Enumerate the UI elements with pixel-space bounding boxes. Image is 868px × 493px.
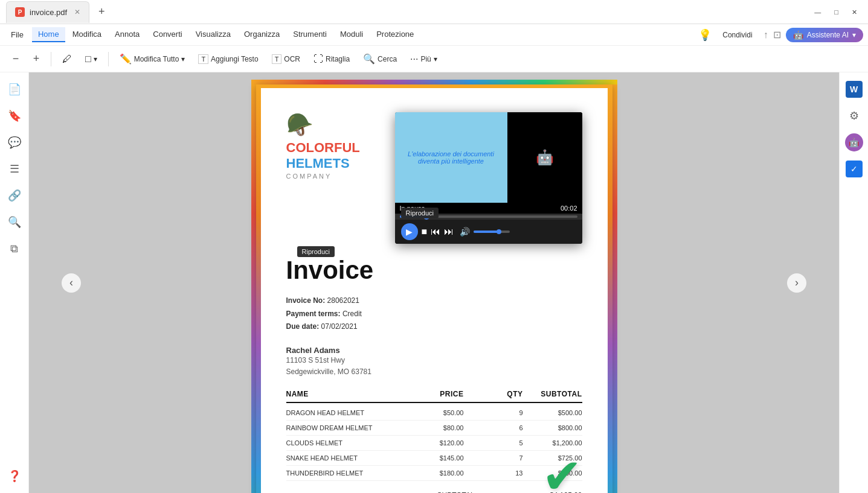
row2-price: $80.00 <box>405 424 464 431</box>
search-button[interactable]: 🔍 Cerca <box>358 51 402 67</box>
next-page-button[interactable]: › <box>787 273 806 293</box>
company-name: COLORFUL HELMETS <box>286 140 360 171</box>
zoom-out-button[interactable]: − <box>7 51 24 68</box>
row2-qty: 6 <box>464 424 523 431</box>
bill-to-address1: 11103 S 51st Hwy <box>286 355 582 366</box>
check-panel-icon[interactable]: ✓ <box>843 158 865 180</box>
row3-price: $120.00 <box>405 439 464 447</box>
check-icon: ✓ <box>846 161 863 177</box>
col-subtotal-header: SUBTOTAL <box>523 390 582 398</box>
invoice-table: NAME PRICE QTY SUBTOTAL DRAGON HEAD HELM… <box>286 390 582 481</box>
due-date-row: Due date: 07/02/2021 <box>286 320 582 334</box>
row2-name: RAINBOW DREAM HELMET <box>286 424 405 431</box>
row1-name: DRAGON HEAD HELMET <box>286 409 405 416</box>
tab-area: P invoice.pdf ✕ + <box>6 0 110 24</box>
ai-chevron-icon: ▾ <box>852 31 856 39</box>
pdf-tab[interactable]: P invoice.pdf ✕ <box>6 1 89 23</box>
row5-price: $180.00 <box>405 469 464 477</box>
word-icon: W <box>846 81 863 98</box>
menu-home[interactable]: Home <box>32 27 65 42</box>
video-screen: L'elaborazione dei documentidiventa più … <box>395 112 582 203</box>
payment-terms-row: Payment terms: Credit <box>286 308 582 321</box>
sync-icon[interactable]: ↑ <box>764 30 768 40</box>
new-tab-button[interactable]: + <box>93 4 110 21</box>
pdf-tab-icon: P <box>15 7 25 17</box>
close-button[interactable]: ✕ <box>847 7 862 17</box>
right-sidebar: W ⚙ 🤖 ✓ <box>839 72 868 493</box>
pdf-top-border <box>251 80 617 84</box>
menu-protezione[interactable]: Protezione <box>370 27 420 42</box>
table-row: RAINBOW DREAM HELMET $80.00 6 $800.00 <box>286 421 582 436</box>
more-icon: ··· <box>410 54 418 65</box>
video-stop-button[interactable]: ■ <box>422 226 428 237</box>
menu-organizza[interactable]: Organizza <box>238 27 286 42</box>
menu-converti[interactable]: Converti <box>147 27 188 42</box>
zoom-in-button[interactable]: + <box>28 51 45 68</box>
settings-panel-icon[interactable]: ⚙ <box>843 105 865 127</box>
volume-control: 🔊 <box>460 226 470 237</box>
ocr-button[interactable]: T OCR <box>267 52 305 66</box>
sidebar-link-icon[interactable]: 🔗 <box>4 185 25 206</box>
ai-robot-icon: 🤖 <box>845 133 863 151</box>
checkmark-overlay: ✔ <box>542 448 582 493</box>
edit-all-button[interactable]: ✏️ Modifica Tutto ▾ <box>115 51 190 67</box>
sidebar-search-icon[interactable]: 🔍 <box>4 211 25 233</box>
toolbar: − + 🖊 □ ▾ ✏️ Modifica Tutto ▾ T Aggiungi… <box>0 46 868 72</box>
bill-to-address2: Sedgewickville, MO 63781 <box>286 366 582 378</box>
crop-button[interactable]: ⛶ Ritaglia <box>309 51 355 67</box>
menu-strumenti[interactable]: Strumenti <box>287 27 333 42</box>
word-panel-icon[interactable]: W <box>843 78 865 100</box>
video-next-button[interactable]: ⏭ <box>444 226 454 237</box>
menu-modifica[interactable]: Modifica <box>66 27 108 42</box>
company-colorful: COLORFUL <box>286 140 360 155</box>
pdf-left-border <box>251 84 256 493</box>
sidebar-comment-icon[interactable]: 💬 <box>4 132 25 153</box>
more-button[interactable]: ··· Più ▾ <box>405 51 442 67</box>
row1-qty: 9 <box>464 409 523 416</box>
col-price-header: PRICE <box>405 390 464 398</box>
row5-name: THUNDERBIRD HELMET <box>286 469 405 477</box>
row5-qty: 13 <box>464 469 523 477</box>
share-button[interactable]: Condividi <box>716 28 758 42</box>
pdf-right-border <box>612 84 617 493</box>
big-checkmark-icon: ✔ <box>542 448 582 493</box>
ai-icon: 🤖 <box>793 30 803 40</box>
invoice-meta: Invoice No: 28062021 Payment terms: Cred… <box>286 294 582 334</box>
menu-annota[interactable]: Annota <box>109 27 146 42</box>
video-play-button[interactable]: ▶ <box>401 223 418 240</box>
title-bar: P invoice.pdf ✕ + — □ ✕ <box>0 0 868 24</box>
sidebar-file-icon[interactable]: 📄 <box>4 78 25 100</box>
row4-qty: 7 <box>464 454 523 462</box>
video-prev-button[interactable]: ⏮ <box>431 226 440 237</box>
sidebar-list-icon[interactable]: ☰ <box>4 158 25 180</box>
company-sub: COMPANY <box>286 173 332 180</box>
table-row: THUNDERBIRD HELMET $180.00 13 $900.00 <box>286 466 582 481</box>
row3-name: CLOUDS HELMET <box>286 439 405 447</box>
light-bulb-icon[interactable]: 💡 <box>698 28 712 42</box>
sidebar-bookmark-icon[interactable]: 🔖 <box>4 105 25 127</box>
minimize-button[interactable]: — <box>809 7 826 17</box>
video-robot-icon: 🤖 <box>507 112 582 203</box>
ai-assistant-button[interactable]: 🤖 Assistente AI ▾ <box>786 28 863 42</box>
maximize-button[interactable]: □ <box>829 7 843 17</box>
add-text-button[interactable]: T Aggiungi Testo <box>193 52 263 66</box>
separator-2 <box>108 52 109 66</box>
row4-name: SNAKE HEAD HELMET <box>286 454 405 462</box>
shape-button[interactable]: □ ▾ <box>80 51 102 67</box>
invoice-title: Invoice <box>286 256 582 285</box>
shape-chevron: ▾ <box>94 55 97 63</box>
highlight-button[interactable]: 🖊 <box>57 51 77 67</box>
menu-moduli[interactable]: Moduli <box>334 27 369 42</box>
volume-icon[interactable]: 🔊 <box>460 227 470 237</box>
sidebar-layers-icon[interactable]: ⧉ <box>4 238 25 259</box>
tab-close-button[interactable]: ✕ <box>74 8 80 16</box>
prev-page-button[interactable]: ‹ <box>62 273 81 293</box>
file-menu[interactable]: File <box>5 28 30 42</box>
volume-bar[interactable] <box>474 231 510 233</box>
ai-panel-icon[interactable]: 🤖 <box>843 132 865 153</box>
menu-visualizza[interactable]: Visualizza <box>190 27 237 42</box>
sidebar-help-icon[interactable]: ❓ <box>4 465 25 487</box>
add-text-label: Aggiungi Testo <box>211 55 259 63</box>
ocr-icon: T <box>272 54 282 64</box>
save-icon[interactable]: ⊡ <box>773 29 781 40</box>
